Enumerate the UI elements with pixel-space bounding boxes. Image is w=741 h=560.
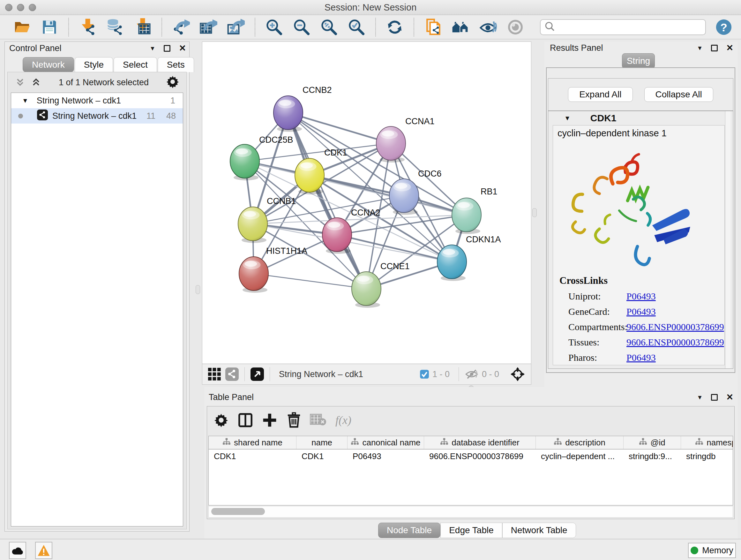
tab-edge-table[interactable]: Edge Table xyxy=(441,523,502,538)
network-node-RB1: RB1 xyxy=(452,187,497,234)
birdseye-grid-icon[interactable] xyxy=(208,368,221,381)
column-header-description[interactable]: description xyxy=(536,436,623,449)
column-header-database-identifier[interactable]: database identifier xyxy=(424,436,536,449)
network-collection-label: String Network – cdk1 xyxy=(37,96,121,106)
sitemap-icon xyxy=(222,438,231,448)
hide-eye-icon[interactable] xyxy=(479,18,497,37)
table-columns-icon[interactable] xyxy=(236,411,255,430)
duplicate-network-icon[interactable] xyxy=(424,18,442,37)
tab-style[interactable]: Style xyxy=(75,57,113,72)
gene-description: cyclin–dependent kinase 1 xyxy=(557,128,667,138)
sitemap-icon xyxy=(554,438,562,448)
column-header-name[interactable]: name xyxy=(296,436,347,449)
table-clear-icon[interactable] xyxy=(309,411,328,430)
table-add-icon[interactable] xyxy=(260,411,279,430)
refresh-layout-icon[interactable] xyxy=(386,18,404,37)
column-header-canonical-name[interactable]: canonical name xyxy=(347,436,424,449)
network-node-CCNA1: CCNA1 xyxy=(376,117,434,163)
network-canvas[interactable]: CCNB2 CCNA1 CDC25B CDK1 xyxy=(202,42,530,363)
export-table-icon[interactable] xyxy=(199,18,218,37)
import-network-database-icon[interactable] xyxy=(106,18,125,37)
network-node-count: 11 xyxy=(146,111,155,121)
memory-label: Memory xyxy=(702,546,733,556)
search-input[interactable] xyxy=(555,22,701,32)
panel-close-icon[interactable]: ✕ xyxy=(726,44,733,52)
svg-text:CCNB1: CCNB1 xyxy=(267,196,296,206)
network-collection-row[interactable]: ▼ String Network – cdk1 1 xyxy=(11,93,183,108)
zoom-in-icon[interactable] xyxy=(265,18,283,37)
column-header-namespace[interactable]: namespace xyxy=(681,436,733,449)
memory-status-dot xyxy=(690,547,698,554)
table-delete-icon[interactable] xyxy=(284,411,304,430)
network-row[interactable]: String Network – cdk1 11 48 xyxy=(11,108,183,124)
crosslink-link[interactable]: 9606.ENSP00000378699 xyxy=(626,337,724,348)
panel-collapse-icon[interactable]: ▼ xyxy=(697,394,703,400)
panel-collapse-icon[interactable]: ▼ xyxy=(697,45,703,51)
crosslink-link[interactable]: P06493 xyxy=(626,352,656,363)
zoom-selected-icon[interactable] xyxy=(347,18,366,37)
pan-crosshair-icon[interactable] xyxy=(511,367,525,381)
tree-expander-icon[interactable]: ▼ xyxy=(22,97,28,105)
network-options-gear-icon[interactable] xyxy=(166,75,179,90)
gene-section-header[interactable]: ▼ CDK1 xyxy=(548,111,733,125)
cloud-button[interactable] xyxy=(9,542,26,559)
expand-all-networks-icon[interactable] xyxy=(30,77,42,88)
panel-close-icon[interactable]: ✕ xyxy=(726,393,733,401)
crosslink-link[interactable]: P06493 xyxy=(626,306,656,317)
control-panel-title: Control Panel xyxy=(9,44,62,53)
panel-collapse-icon[interactable]: ▼ xyxy=(150,45,156,51)
toolbar-separator xyxy=(414,18,414,37)
home-overview-icon[interactable] xyxy=(451,18,470,37)
table-fx-icon[interactable]: f(x) xyxy=(333,411,352,430)
table-row[interactable]: CDK1CDK1P064939606.ENSP00000378699cyclin… xyxy=(209,449,733,463)
network-node-CCNE1: CCNE1 xyxy=(352,261,410,308)
panel-maximize-icon[interactable] xyxy=(711,394,718,401)
import-table-file-icon[interactable] xyxy=(133,18,152,37)
tab-select[interactable]: Select xyxy=(114,57,157,72)
table-gear-icon[interactable] xyxy=(212,411,231,430)
collapse-all-networks-icon[interactable] xyxy=(15,77,25,88)
network-collection-count: 1 xyxy=(171,96,175,106)
gene-expander-icon[interactable]: ▼ xyxy=(564,115,570,122)
warning-button[interactable] xyxy=(35,542,52,559)
tab-network-table[interactable]: Network Table xyxy=(502,523,576,538)
column-header-shared-name[interactable]: shared name xyxy=(209,436,296,449)
tab-sets[interactable]: Sets xyxy=(158,57,194,72)
tab-network[interactable]: Network xyxy=(23,57,74,72)
tab-string[interactable]: String xyxy=(622,53,655,69)
left-splitter-grip[interactable] xyxy=(196,285,200,294)
tab-node-table[interactable]: Node Table xyxy=(378,523,441,538)
results-scrollbar[interactable] xyxy=(725,111,731,368)
collapse-all-button[interactable]: Collapse All xyxy=(644,87,713,102)
network-view-panel[interactable]: CCNB2 CCNA1 CDC25B CDK1 xyxy=(202,42,531,385)
table-hscrollbar-thumb[interactable] xyxy=(211,508,265,515)
open-file-icon[interactable] xyxy=(13,18,31,37)
zoom-fit-icon[interactable] xyxy=(320,18,338,37)
panel-close-icon[interactable]: ✕ xyxy=(179,44,186,53)
save-session-icon[interactable] xyxy=(40,18,59,37)
open-in-new-icon[interactable] xyxy=(251,368,264,381)
export-network-icon[interactable] xyxy=(172,18,190,37)
memory-button[interactable]: Memory xyxy=(688,543,736,558)
node-table[interactable]: shared namenamecanonical namedatabase id… xyxy=(208,436,733,505)
crosslink-row: Tissues:9606.ENSP00000378699 xyxy=(553,337,724,348)
hidden-eye-icon[interactable] xyxy=(465,368,479,380)
search-box[interactable] xyxy=(540,19,706,35)
panel-maximize-icon[interactable] xyxy=(711,45,718,51)
column-label: shared name xyxy=(234,438,282,448)
zoom-out-icon[interactable] xyxy=(292,18,311,37)
crosslink-link[interactable]: P06493 xyxy=(626,291,656,302)
column-header-@id[interactable]: @id xyxy=(623,436,681,449)
network-share-badge-icon[interactable] xyxy=(225,368,239,381)
right-splitter-grip[interactable] xyxy=(532,208,537,217)
import-network-file-icon[interactable] xyxy=(78,18,97,37)
svg-text:CCNE1: CCNE1 xyxy=(381,261,410,271)
export-image-icon[interactable] xyxy=(226,18,245,37)
gray-eye-icon[interactable] xyxy=(506,18,525,37)
selected-checkbox-icon[interactable] xyxy=(420,369,429,379)
expand-all-button[interactable]: Expand All xyxy=(568,87,632,102)
panel-maximize-icon[interactable] xyxy=(164,45,171,52)
help-button[interactable]: ? xyxy=(716,19,732,36)
table-hscrollbar[interactable] xyxy=(208,506,733,517)
crosslink-link[interactable]: 9606.ENSP00000378699 xyxy=(626,321,724,332)
